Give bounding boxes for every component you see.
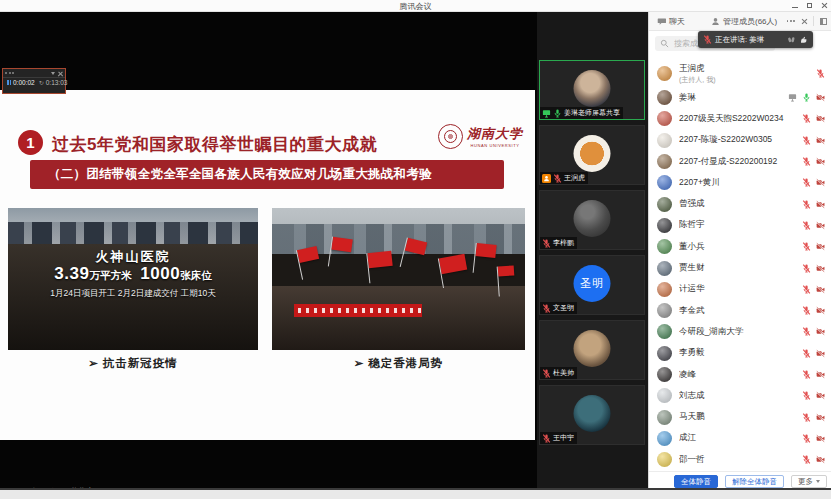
participant-status-icons (802, 200, 825, 209)
more-button[interactable]: 更多 (791, 475, 827, 488)
cam-off-icon[interactable] (816, 349, 825, 358)
mic-off-icon[interactable] (802, 264, 811, 273)
flag-graphic (367, 251, 392, 268)
participant-row[interactable]: 邵一哲 (649, 449, 831, 470)
cam-off-icon[interactable] (816, 306, 825, 315)
cam-off-icon[interactable] (816, 114, 825, 123)
cam-off-icon[interactable] (816, 136, 825, 145)
participant-row[interactable]: 今研段_湖南大学 (649, 321, 831, 342)
recording-toolbar[interactable]: 0:00:02 ↻ 0:13:03 (2, 68, 66, 94)
participant-status-icons (802, 157, 825, 166)
applause-icon[interactable] (787, 35, 796, 44)
cam-off-icon[interactable] (816, 221, 825, 230)
mic-off-icon[interactable] (802, 370, 811, 379)
raise-hand-icon[interactable] (799, 35, 808, 44)
participant-row[interactable]: 陈哲宇 (649, 215, 831, 236)
video-tile[interactable]: 姜琳老师屏幕共享 (539, 60, 645, 120)
participant-row[interactable]: 成江 (649, 428, 831, 449)
close-icon[interactable] (821, 2, 827, 8)
recorder-collapse-icon[interactable] (51, 72, 55, 75)
video-tile[interactable]: 王中宇 (539, 385, 645, 445)
mic-off-icon[interactable] (802, 157, 811, 166)
cam-off-icon[interactable] (816, 434, 825, 443)
mic-off-icon[interactable] (816, 69, 825, 78)
unmute-all-button[interactable]: 解除全体静音 (725, 475, 784, 488)
cam-off-icon[interactable] (816, 200, 825, 209)
participant-row[interactable]: 王润虎 (主持人, 我) (649, 60, 831, 87)
stat-beds-value: 1000 (140, 264, 180, 283)
video-tile[interactable]: 圣明 文圣明 (539, 255, 645, 315)
video-tile-name: 王润虎 (564, 173, 585, 183)
avatar (657, 388, 672, 403)
video-tile[interactable]: 王润虎 (539, 125, 645, 185)
cam-off-icon[interactable] (816, 413, 825, 422)
mic-off-icon[interactable] (802, 327, 811, 336)
panel-more-icon[interactable] (787, 20, 795, 22)
share-gray-icon[interactable] (788, 93, 797, 102)
participant-row[interactable]: 2207+黄川 (649, 172, 831, 193)
cam-off-icon[interactable] (816, 242, 825, 251)
participant-row[interactable]: 曾强成 (649, 193, 831, 214)
participant-name: 马天鹏 (679, 411, 798, 423)
mute-all-button[interactable]: 全体静音 (674, 475, 718, 488)
mic-off-icon[interactable] (802, 178, 811, 187)
participant-name: 李勇毅 (679, 347, 798, 359)
participant-row[interactable]: 贾生财 (649, 257, 831, 278)
mic-off-icon[interactable] (802, 434, 811, 443)
participant-row[interactable]: 李勇毅 (649, 343, 831, 364)
search-icon (660, 39, 669, 48)
panel-close-icon[interactable] (801, 18, 807, 24)
participant-row[interactable]: 2207级吴天煦S2202W0234 (649, 108, 831, 129)
mic-off-icon[interactable] (802, 455, 811, 464)
mic-off-icon[interactable] (802, 114, 811, 123)
cam-off-icon[interactable] (816, 93, 825, 102)
participant-row[interactable]: 姜琳 (649, 87, 831, 108)
mic-off-icon[interactable] (802, 136, 811, 145)
pause-recording-icon[interactable] (7, 80, 11, 85)
mic-off-icon[interactable] (802, 200, 811, 209)
participant-row[interactable]: 2207-陈璇-S2202W0305 (649, 130, 831, 151)
recorder-close-icon[interactable] (58, 71, 63, 76)
cam-off-icon[interactable] (816, 370, 825, 379)
participant-row[interactable]: 马天鹏 (649, 406, 831, 427)
cam-off-icon[interactable] (816, 455, 825, 464)
participant-row[interactable]: 计运华 (649, 279, 831, 300)
mic-on-icon[interactable] (802, 93, 811, 102)
mic-off-icon[interactable] (802, 285, 811, 294)
participant-name: 成江 (679, 432, 798, 444)
participant-status-icons (802, 114, 825, 123)
avatar (657, 218, 672, 233)
maximize-icon[interactable] (807, 3, 812, 8)
participant-row[interactable]: 刘志成 (649, 385, 831, 406)
cam-off-icon[interactable] (816, 285, 825, 294)
panel-layout-icon[interactable] (820, 18, 827, 25)
divider (813, 16, 814, 26)
cam-off-icon[interactable] (816, 157, 825, 166)
photo-flags-crowd (272, 208, 525, 350)
participant-row[interactable]: 凌峰 (649, 364, 831, 385)
video-tile-label: 杜美帅 (540, 367, 577, 379)
mic-off-icon[interactable] (802, 242, 811, 251)
main-stage: 0:00:02 ↻ 0:13:03 1 过去5年党和国家取得举世瞩目的重大成就 … (0, 12, 537, 488)
mic-off-icon[interactable] (802, 221, 811, 230)
mic-off-icon[interactable] (802, 391, 811, 400)
video-tile[interactable]: 李梓鹏 (539, 190, 645, 250)
participant-row[interactable]: 董小兵 (649, 236, 831, 257)
cam-off-icon[interactable] (816, 264, 825, 273)
mic-off-icon[interactable] (802, 413, 811, 422)
minimize-icon[interactable] (792, 7, 798, 8)
video-tile-label: 王中宇 (540, 432, 577, 444)
mic-off-icon[interactable] (802, 349, 811, 358)
mic-off-icon (703, 35, 712, 44)
cam-off-icon[interactable] (816, 391, 825, 400)
mic-off-icon[interactable] (802, 306, 811, 315)
window-titlebar: 腾讯会议 (0, 0, 831, 12)
participant-row[interactable]: 2207-付显成-S220200192 (649, 151, 831, 172)
tab-manage-members[interactable]: 管理成员(66人) (711, 16, 777, 27)
participant-row[interactable]: 李金武 (649, 300, 831, 321)
cam-off-icon[interactable] (816, 178, 825, 187)
cam-off-icon[interactable] (816, 327, 825, 336)
tab-chat[interactable]: 聊天 (657, 16, 685, 27)
window-title: 腾讯会议 (0, 1, 831, 12)
video-tile[interactable]: 杜美帅 (539, 320, 645, 380)
